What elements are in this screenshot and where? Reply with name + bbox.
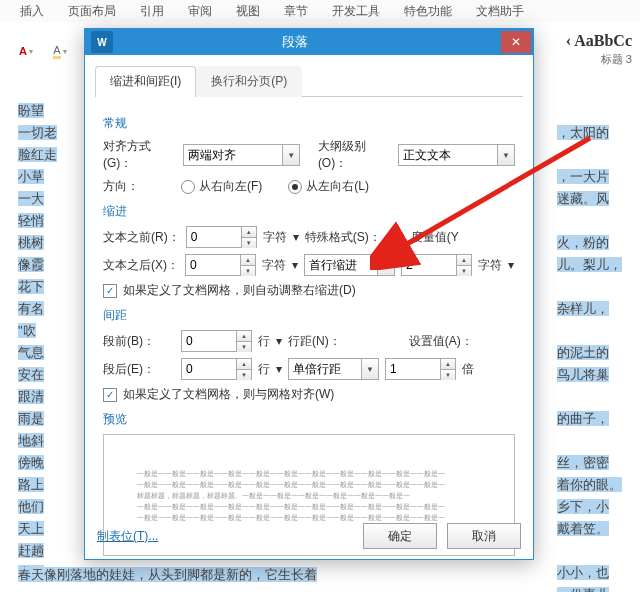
setat-label: 设置值(A)： — [409, 333, 473, 350]
indent-after-spin[interactable]: ▲▼ — [185, 254, 256, 276]
preview-content: 一般是一一般是一一般是一一般是一一般是一一般是一一般是一一般是一一般是一一般是一… — [137, 468, 480, 523]
highlight-button[interactable]: A▾ — [46, 37, 74, 65]
spacing-grid-check[interactable]: ✓如果定义了文档网格，则与网格对齐(W) — [103, 386, 334, 403]
wps-icon: W — [91, 31, 113, 53]
tabstops-link[interactable]: 制表位(T)... — [97, 528, 158, 545]
group-general: 常规 — [103, 115, 515, 132]
chevron-down-icon: ▼ — [497, 145, 514, 165]
cancel-button[interactable]: 取消 — [447, 523, 521, 549]
measure-spin[interactable]: ▲▼ — [401, 254, 472, 276]
unit-char: 字符 — [263, 229, 287, 246]
unit-char: 字符 — [478, 257, 502, 274]
align-label: 对齐方式(G)： — [103, 138, 177, 172]
align-combo[interactable]: ▼ — [183, 144, 300, 166]
indent-after-label: 文本之后(X)： — [103, 257, 179, 274]
indent-before-spin[interactable]: ▲▼ — [186, 226, 257, 248]
font-color-button[interactable]: A▾ — [12, 37, 40, 65]
chevron-down-icon: ▼ — [377, 255, 394, 275]
unit-line: 行 — [258, 361, 270, 378]
setat-spin[interactable]: ▲▼ — [385, 358, 456, 380]
close-icon: ✕ — [511, 35, 521, 49]
space-after-spin[interactable]: ▲▼ — [181, 358, 252, 380]
line-label: 行距(N)： — [288, 333, 341, 350]
menu-chapter[interactable]: 章节 — [284, 3, 308, 20]
menu-doc-helper[interactable]: 文档助手 — [476, 3, 524, 20]
menu-insert[interactable]: 插入 — [20, 3, 44, 20]
space-before-spin[interactable]: ▲▼ — [181, 330, 252, 352]
dialog-footer: 制表位(T)... 确定 取消 — [97, 523, 521, 549]
style-gallery-item[interactable]: ‹ AaBbCc 标题 3 — [566, 32, 632, 67]
dialog-titlebar: W 段落 ✕ — [85, 29, 533, 55]
rtl-radio[interactable]: 从右向左(F) — [181, 178, 262, 195]
group-spacing: 间距 — [103, 307, 515, 324]
chevron-down-icon: ▼ — [282, 145, 299, 165]
menu-bar: 插入 页面布局 引用 审阅 视图 章节 开发工具 特色功能 文档助手 — [0, 0, 640, 23]
special-label: 特殊格式(S)： — [305, 229, 381, 246]
unit-char: 字符 — [262, 257, 286, 274]
direction-label: 方向： — [103, 178, 175, 195]
group-indent: 缩进 — [103, 203, 515, 220]
unit-times: 倍 — [462, 361, 474, 378]
menu-references[interactable]: 引用 — [140, 3, 164, 20]
ok-button[interactable]: 确定 — [363, 523, 437, 549]
chevron-down-icon: ▼ — [361, 359, 378, 379]
menu-page-layout[interactable]: 页面布局 — [68, 3, 116, 20]
dialog-title: 段落 — [119, 33, 471, 51]
indent-grid-check[interactable]: ✓如果定义了文档网格，则自动调整右缩进(D) — [103, 282, 356, 299]
style-sample: ‹ AaBbCc — [566, 32, 632, 50]
indent-before-label: 文本之前(R)： — [103, 229, 180, 246]
menu-view[interactable]: 视图 — [236, 3, 260, 20]
tab-indent-spacing[interactable]: 缩进和间距(I) — [95, 66, 196, 97]
space-before-label: 段前(B)： — [103, 333, 175, 350]
menu-dev[interactable]: 开发工具 — [332, 3, 380, 20]
dialog-body: 常规 对齐方式(G)： ▼ 大纲级别(O)： ▼ 方向： 从右向左(F) 从左向… — [85, 97, 533, 556]
paragraph-dialog: W 段落 ✕ 缩进和间距(I) 换行和分页(P) 常规 对齐方式(G)： ▼ 大… — [84, 28, 534, 560]
space-after-label: 段后(E)： — [103, 361, 175, 378]
tab-line-page-breaks[interactable]: 换行和分页(P) — [196, 66, 302, 97]
outline-label: 大纲级别(O)： — [318, 138, 392, 172]
line-combo[interactable]: ▼ — [288, 358, 379, 380]
measure-label: 度量值(Y — [411, 229, 459, 246]
special-combo[interactable]: ▼ — [304, 254, 395, 276]
group-preview: 预览 — [103, 411, 515, 428]
unit-line: 行 — [258, 333, 270, 350]
style-name: 标题 3 — [566, 52, 632, 67]
menu-special[interactable]: 特色功能 — [404, 3, 452, 20]
ltr-radio[interactable]: 从左向右(L) — [288, 178, 369, 195]
menu-review[interactable]: 审阅 — [188, 3, 212, 20]
outline-combo[interactable]: ▼ — [398, 144, 515, 166]
dialog-tabs: 缩进和间距(I) 换行和分页(P) — [95, 65, 523, 97]
app-window: 插入 页面布局 引用 审阅 视图 章节 开发工具 特色功能 文档助手 A▾ A▾… — [0, 0, 640, 592]
close-button[interactable]: ✕ — [501, 31, 531, 53]
